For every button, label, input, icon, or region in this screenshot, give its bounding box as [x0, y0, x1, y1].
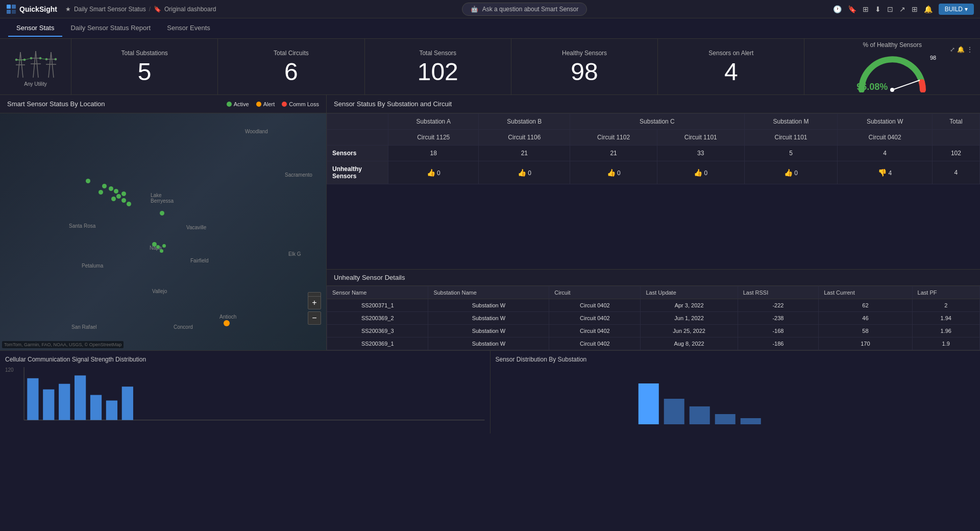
stat-sensors-alert: Sensors on Alert 4 [658, 39, 804, 94]
tab-sensor-stats[interactable]: Sensor Stats [8, 20, 62, 37]
map-pin-green[interactable] [86, 179, 90, 183]
chart2-title: Sensor Distribution By Substation [496, 356, 975, 363]
map-pin-green[interactable] [156, 245, 160, 249]
detail-sensor-name: SS200371_1 [327, 299, 428, 312]
map-pin-orange[interactable] [224, 320, 230, 326]
left-panel: Smart Sensor Status By Location Active A… [0, 95, 327, 350]
share-icon[interactable]: ↗ [899, 5, 905, 13]
map-label-petaluma: Petaluma [82, 263, 103, 269]
stat-healthy-sensors: Healthy Sensors 98 [511, 39, 658, 94]
col-header-sub-c: Substation C [570, 114, 744, 130]
breadcrumb-bookmark-icon: 🔖 [154, 6, 161, 13]
col-last-rssi: Last RSSI [738, 286, 819, 299]
thumbs-up-icon-m: 👍 [784, 168, 793, 177]
map-pin-green[interactable] [160, 249, 163, 253]
map-label-woodland: Woodland [245, 129, 268, 134]
circuit-1102: Circuit 1102 [570, 130, 657, 146]
map-pin-green[interactable] [109, 186, 113, 191]
col-last-current: Last Current [819, 286, 912, 299]
map-pin-green[interactable] [114, 189, 118, 194]
details-table-row: SS200371_1 Substation W Circuit 0402 Apr… [327, 299, 980, 312]
stat-sensors-alert-label: Sensors on Alert [708, 50, 753, 57]
ai-icon: 🤖 [471, 6, 478, 13]
detail-substation: Substation W [428, 337, 549, 350]
map-pin-green[interactable] [162, 244, 166, 248]
stat-total-sensors: Total Sensors 102 [365, 39, 511, 94]
detail-circuit: Circuit 0402 [549, 299, 641, 312]
svg-rect-2 [7, 10, 11, 14]
map-pin-green[interactable] [160, 211, 164, 215]
filter-icon[interactable]: ⊡ [887, 5, 893, 13]
sensors-row-label: Sensors [327, 146, 388, 161]
fullscreen-icon[interactable]: ⊞ [912, 5, 918, 13]
stat-total-substations-value: 5 [138, 60, 152, 84]
build-button[interactable]: BUILD ▾ [939, 4, 974, 15]
circuit-1125: Circuit 1125 [388, 130, 479, 146]
svg-rect-3 [12, 10, 16, 14]
map-pin-green[interactable] [121, 198, 126, 203]
detail-last-rssi: -186 [738, 337, 819, 350]
bookmark-icon[interactable]: 🔖 [848, 5, 856, 13]
map-pin-green[interactable] [116, 194, 121, 199]
zoom-in-button[interactable]: + [308, 296, 321, 309]
svg-rect-37 [740, 418, 761, 424]
sensors-val-c2: 33 [657, 146, 744, 161]
map-background: Woodland Sacramento LakeBerryessa Santa … [0, 113, 326, 350]
table-circuit-empty [327, 130, 388, 146]
unhealthy-total: 4 [932, 161, 979, 184]
tab-daily-report[interactable]: Daily Sensor Status Report [62, 20, 159, 37]
svg-rect-34 [664, 399, 684, 424]
tab-sensor-events[interactable]: Sensor Events [159, 20, 218, 37]
unhealthy-val-c1: 👍 0 [570, 161, 657, 184]
history-icon[interactable]: 🕐 [833, 5, 842, 13]
distribution-chart-svg [500, 373, 971, 424]
bottom-chart-distribution: Sensor Distribution By Substation [491, 351, 981, 433]
map-pin-green[interactable] [99, 190, 103, 195]
detail-substation: Substation W [428, 299, 549, 312]
map-pin-green[interactable] [111, 197, 116, 201]
map-area[interactable]: Woodland Sacramento LakeBerryessa Santa … [0, 113, 326, 350]
sensors-val-m: 5 [744, 146, 838, 161]
top-bar-right: 🕐 🔖 ⊞ ⬇ ⊡ ↗ ⊞ 🔔 BUILD ▾ [833, 4, 974, 15]
unhealthy-row-label: Unhealthy Sensors [327, 161, 388, 184]
detail-last-pf: 1.96 [912, 325, 979, 337]
unhealthy-val-m: 👍 0 [744, 161, 838, 184]
thumbs-down-icon-w: 👎 [878, 168, 887, 177]
map-pin-green[interactable] [127, 202, 131, 206]
breadcrumb-separator: / [149, 6, 151, 13]
detail-last-pf: 1.94 [912, 312, 979, 325]
stat-healthy-sensors-label: Healthy Sensors [562, 50, 607, 57]
detail-circuit: Circuit 0402 [549, 337, 641, 350]
map-pin-green[interactable] [102, 184, 107, 188]
svg-rect-35 [689, 406, 709, 424]
svg-rect-30 [90, 395, 102, 420]
stat-total-circuits-value: 6 [284, 60, 298, 84]
svg-rect-0 [7, 5, 11, 9]
alert-icon[interactable]: 🔔 [957, 46, 965, 53]
bell-icon[interactable]: 🔔 [924, 5, 933, 13]
ai-question-bar[interactable]: 🤖 Ask a question about Smart Sensor [462, 3, 587, 16]
detail-last-rssi: -222 [738, 299, 819, 312]
logo[interactable]: QuickSight [6, 4, 57, 14]
detail-sensor-name: SS200369_2 [327, 312, 428, 325]
substation-table-header: Sensor Status By Substation and Circuit [327, 95, 980, 113]
tab-bar: Sensor Stats Daily Sensor Status Report … [0, 18, 980, 39]
download-icon[interactable]: ⬇ [875, 5, 881, 13]
detail-last-current: 170 [819, 337, 912, 350]
details-table-row: SS200369_1 Substation W Circuit 0402 Aug… [327, 337, 980, 350]
circuit-total-empty [932, 130, 979, 146]
menu-icon[interactable]: ⋮ [967, 46, 973, 53]
zoom-out-button[interactable]: − [308, 311, 321, 325]
detail-last-rssi: -238 [738, 312, 819, 325]
expand-icon[interactable]: ⤢ [950, 46, 955, 53]
detail-circuit: Circuit 0402 [549, 312, 641, 325]
breadcrumb-original[interactable]: Original dashboard [164, 6, 216, 13]
breadcrumb-title[interactable]: Daily Smart Sensor Status [74, 6, 146, 13]
svg-rect-31 [106, 400, 117, 420]
map-label-lake: LakeBerryessa [151, 192, 174, 204]
bottom-row: Cellular Communication Signal Strength D… [0, 350, 980, 433]
table-icon[interactable]: ⊞ [863, 5, 869, 13]
map-pin-green[interactable] [121, 191, 126, 196]
map-attribution: TomTom, Garmin, FAO, NOAA, USGS, © OpenS… [2, 341, 124, 348]
bottom-chart-signal: Cellular Communication Signal Strength D… [0, 351, 491, 433]
